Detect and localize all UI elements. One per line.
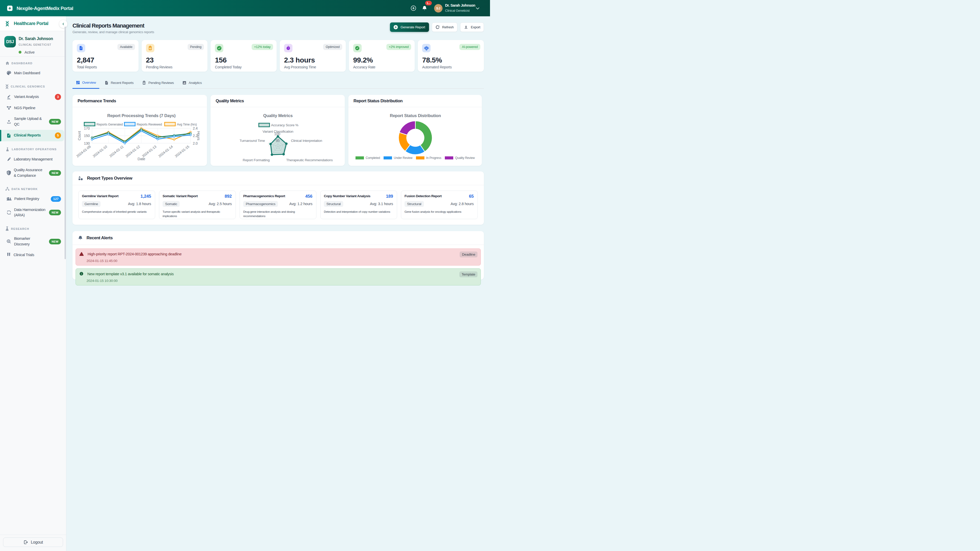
svg-text:Report Processing Trends (7 Da: Report Processing Trends (7 Days) (107, 113, 176, 118)
svg-text:Variant Classification: Variant Classification (262, 130, 293, 133)
svg-text:2024-01-09: 2024-01-09 (76, 144, 91, 158)
svg-text:Quality Metrics: Quality Metrics (263, 113, 293, 118)
svg-text:2.4: 2.4 (193, 126, 198, 130)
svg-text:2024-01-13: 2024-01-13 (142, 144, 157, 158)
svg-text:2024-01-11: 2024-01-11 (109, 144, 124, 158)
svg-text:170: 170 (84, 126, 90, 130)
svg-text:2.0: 2.0 (193, 141, 198, 145)
svg-text:Therapeutic Recommendations: Therapeutic Recommendations (286, 158, 333, 162)
svg-text:Accuracy Score %: Accuracy Score % (271, 123, 298, 127)
svg-text:2024-01-14: 2024-01-14 (158, 144, 174, 159)
svg-text:Avg Time (hrs): Avg Time (hrs) (177, 123, 197, 126)
svg-text:Report Status Distribution: Report Status Distribution (390, 113, 441, 118)
svg-text:2024-01-15: 2024-01-15 (174, 144, 190, 158)
svg-text:2024-01-10: 2024-01-10 (92, 144, 108, 158)
svg-text:Turnaround Time: Turnaround Time (240, 139, 265, 143)
svg-text:Reports Reviewed: Reports Reviewed (137, 123, 162, 126)
svg-text:2024-01-12: 2024-01-12 (125, 144, 141, 158)
svg-text:150: 150 (84, 134, 90, 138)
svg-text:Reports Generated: Reports Generated (97, 123, 123, 126)
svg-text:95: 95 (275, 138, 280, 143)
svg-text:Count: Count (77, 131, 81, 141)
svg-text:Report Formatting: Report Formatting (243, 158, 269, 162)
svg-text:Hours: Hours (197, 131, 200, 141)
svg-text:Clinical Interpretation: Clinical Interpretation (291, 139, 322, 143)
